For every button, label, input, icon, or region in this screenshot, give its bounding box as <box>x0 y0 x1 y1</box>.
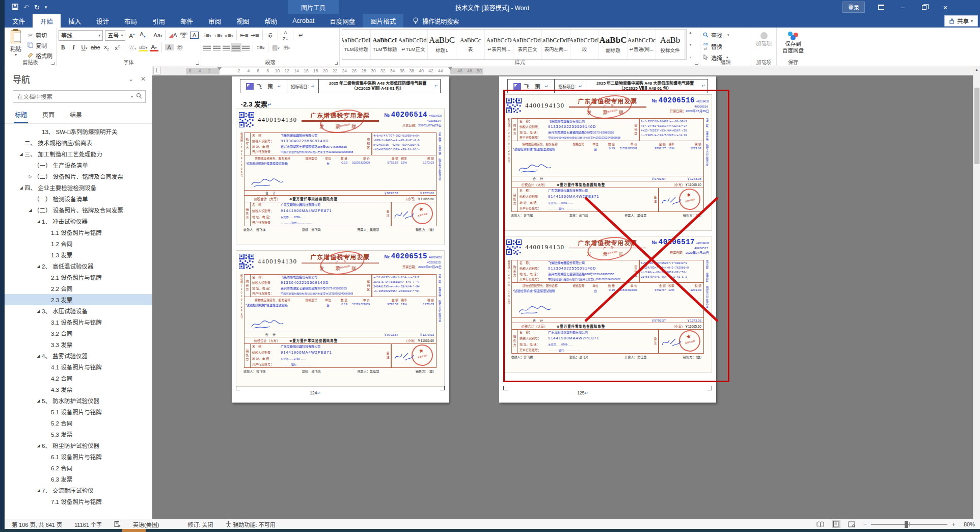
nav-item[interactable]: 5.1 设备照片与铭牌 <box>5 406 152 417</box>
horizontal-ruler[interactable]: 6422468101214161820222426283032343638404… <box>164 68 972 74</box>
tab-selector[interactable]: L <box>153 67 161 74</box>
tell-me-search[interactable]: 操作说明搜索 <box>413 14 459 28</box>
nav-item[interactable]: 5.2 合同 <box>5 417 152 429</box>
style-card[interactable]: AaBbCcD↵表内列... <box>485 30 513 59</box>
decrease-indent-button[interactable]: ⇤≡ <box>240 32 249 39</box>
tree-toggle-icon[interactable]: ▷ <box>27 174 34 179</box>
nav-item[interactable]: ◢7、 交流耐压试验仪 <box>5 485 152 496</box>
nav-search-dropdown-icon[interactable]: ▾ <box>131 94 133 99</box>
shading-button[interactable]: ▨▾ <box>271 44 280 51</box>
tree-toggle-icon[interactable]: ◢ <box>35 219 42 224</box>
nav-search-icon[interactable] <box>136 93 142 100</box>
nav-item[interactable]: 1.2 合同 <box>5 238 152 249</box>
addins-button[interactable]: 加载项 <box>753 32 774 47</box>
tab-帮助[interactable]: 帮助 <box>257 14 285 28</box>
char-shading-button[interactable]: A <box>165 44 174 50</box>
subscript-button[interactable]: x2 <box>102 44 111 51</box>
tree-toggle-icon[interactable]: ◢ <box>18 152 24 156</box>
nav-item[interactable]: （一） 生产设备清单 <box>5 159 152 171</box>
nav-item[interactable]: 6.3 发票 <box>5 473 152 485</box>
align-right-icon[interactable] <box>223 45 230 50</box>
numbering-button[interactable]: 1.≡▾ <box>214 32 223 38</box>
nav-item[interactable]: 4.2 合同 <box>5 373 152 384</box>
nav-close-icon[interactable]: ✕ <box>141 75 146 83</box>
redo-icon[interactable]: ↻ <box>34 4 40 11</box>
nav-item[interactable]: ◢3、 水压试验设备 <box>5 305 152 316</box>
scroll-up-icon[interactable]: ▲ <box>973 66 980 71</box>
nav-item[interactable]: 13、 SW-□系列防爆照明开关 <box>5 126 152 137</box>
tab-引用[interactable]: 引用 <box>145 14 173 28</box>
nav-item[interactable]: 3.1 设备照片与铭牌 <box>5 316 152 328</box>
nav-search-input[interactable] <box>16 93 128 100</box>
style-card[interactable]: AaBbCcDdI↵TLM正文 <box>399 30 428 59</box>
nav-item[interactable]: 1.3 发票 <box>5 249 152 260</box>
nav-item[interactable]: ◢2、 高低温试验仪器 <box>5 260 152 272</box>
borders-button[interactable]: ⊞▾ <box>282 44 291 51</box>
undo-icon[interactable]: ↶ <box>23 4 29 11</box>
nav-item[interactable]: ▷（二） 设备照片、铭牌及合同发票 <box>5 171 152 182</box>
accessibility-indicator[interactable]: 辅助功能: 不可用 <box>226 520 276 528</box>
nav-item[interactable]: 1.1 设备照片与铭牌 <box>5 227 152 238</box>
clipboard-dialog-launcher[interactable] <box>51 62 55 65</box>
nav-item[interactable]: ◢四、 企业主要检验检测设备 <box>5 182 152 193</box>
tab-开始[interactable]: 开始 <box>33 14 61 28</box>
nav-item[interactable]: 3.3 发票 <box>5 339 152 350</box>
styles-dialog-launcher[interactable] <box>695 62 698 65</box>
invoice-image-2[interactable]: 4400194130 广东增值税专用发票 发 票 联 全国统一发票监制章 广 东… <box>236 251 444 386</box>
nav-item[interactable]: ◢4、 盐雾试验仪器 <box>5 350 152 361</box>
nav-item[interactable]: ◢三、 加工制造和工艺处理能力 <box>5 148 152 159</box>
nav-item[interactable]: 7.1 设备照片与铭牌 <box>5 496 152 507</box>
document-canvas[interactable]: 飞 策↵ 招标项目：↵ 2025 年二级物资集中采购 A48 大类低压防爆电气装… <box>152 75 973 519</box>
shrink-font-button[interactable]: A▾ <box>138 31 147 39</box>
line-spacing-button[interactable]: ↕≡▾ <box>256 44 265 50</box>
minimize-button[interactable]: – <box>897 4 908 11</box>
nav-item[interactable]: 4.1 设备照片与铭牌 <box>5 361 152 373</box>
tree-toggle-icon[interactable]: ◢ <box>35 398 42 403</box>
ribbon-display-options-icon[interactable] <box>876 4 886 11</box>
strikethrough-button[interactable]: abc <box>91 44 100 50</box>
zoom-thumb[interactable] <box>905 521 908 528</box>
scrollbar-thumb[interactable] <box>974 88 979 164</box>
tab-审阅[interactable]: 审阅 <box>201 14 229 28</box>
cut-button[interactable]: ✂剪切 <box>27 31 54 39</box>
nav-item[interactable]: 3.2 合同 <box>5 328 152 339</box>
font-color-button[interactable]: A▾ <box>150 44 158 51</box>
bold-button[interactable]: B <box>59 44 67 50</box>
bullets-button[interactable]: ⁝≡▾ <box>203 32 212 39</box>
nav-item[interactable]: 6.1 设备照片与铭牌 <box>5 451 152 462</box>
multilevel-list-button[interactable]: a.≡▾ <box>225 32 233 38</box>
zoom-level[interactable]: 80% <box>964 521 975 527</box>
tree-toggle-icon[interactable]: ◢ <box>35 443 42 448</box>
underline-button[interactable]: U▾ <box>80 44 89 50</box>
indent-marker[interactable] <box>217 67 222 70</box>
language-indicator[interactable]: 英语(美国) <box>133 520 159 528</box>
tab-百度网盘[interactable]: 百度网盘 <box>322 14 363 28</box>
nav-tab-页面[interactable]: 页面 <box>41 108 56 123</box>
style-card[interactable]: AaBbCcDdEe表内左两... <box>542 30 570 59</box>
show-marks-button[interactable]: ↵ <box>296 32 305 39</box>
nav-item[interactable]: （一） 检测设备清单 <box>5 193 152 204</box>
tab-插入[interactable]: 插入 <box>61 14 89 28</box>
nav-item[interactable]: 2.3 发票 <box>5 294 152 305</box>
read-mode-button[interactable] <box>816 520 825 528</box>
nav-tab-标题[interactable]: 标题 <box>14 108 28 123</box>
print-layout-button[interactable] <box>832 520 840 528</box>
style-card[interactable]: AaBbCcDdI表内正文 <box>513 30 542 59</box>
invoice-image-4[interactable]: 4400194130 广东增值税专用发票 发 票 联 全国统一发票监制章 广 东… <box>504 236 712 372</box>
zoom-in-icon[interactable]: + <box>951 520 956 528</box>
tree-toggle-icon[interactable]: ◢ <box>35 488 42 493</box>
nav-item[interactable]: 二、 技术规格响应/偏离表 <box>5 137 152 148</box>
close-button[interactable]: × <box>940 3 950 12</box>
save-icon[interactable] <box>12 4 18 11</box>
superscript-button[interactable]: x2 <box>113 44 122 51</box>
tab-Acrobat[interactable]: Acrobat <box>285 14 322 28</box>
tab-布局[interactable]: 布局 <box>117 14 145 28</box>
track-changes-indicator[interactable]: 修订: 关闭 <box>187 520 213 528</box>
style-card[interactable]: AaBbC副标题 <box>599 30 628 59</box>
page-indicator[interactable]: 第 106 页, 共 641 页 <box>12 520 62 528</box>
nav-item[interactable]: 5.3 发票 <box>5 429 152 440</box>
zoom-out-icon[interactable]: − <box>863 520 867 528</box>
align-center-icon[interactable] <box>213 45 221 50</box>
nav-chevron-down-icon[interactable]: ⌄ <box>128 75 133 83</box>
paragraph-dialog-launcher[interactable] <box>335 62 338 65</box>
